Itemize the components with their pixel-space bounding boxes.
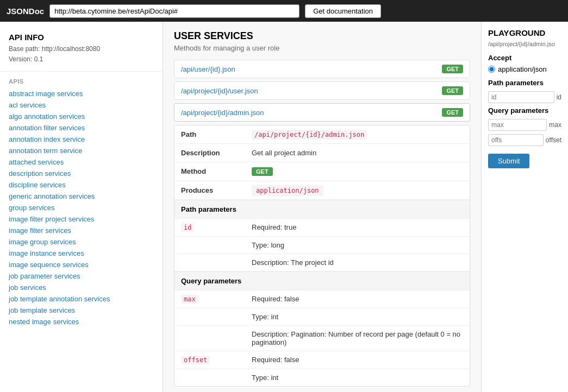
endpoint-method-badge: GET xyxy=(442,108,463,117)
pg-query-param-row: offset xyxy=(488,134,561,146)
api-info-title: API INFO xyxy=(9,33,154,42)
path-param-id-required: Required: true xyxy=(245,219,470,236)
path-param-id-name: id xyxy=(174,219,245,236)
get-documentation-button[interactable]: Get documentation xyxy=(305,4,381,18)
sidebar-link[interactable]: image filter services xyxy=(0,225,163,236)
accept-label: Accept xyxy=(488,54,561,62)
accept-value: application/json xyxy=(498,65,547,73)
service-subtitle: Methods for managing a user role xyxy=(174,44,470,52)
sidebar-link[interactable]: image filter project services xyxy=(0,213,163,225)
pg-path-params-label: Path parameters xyxy=(488,79,561,87)
detail-produces-row: Produces application/json xyxy=(174,181,470,200)
sidebar-link[interactable]: description services xyxy=(0,168,163,179)
sidebar-link[interactable]: job template annotation services xyxy=(0,293,163,305)
submit-button[interactable]: Submit xyxy=(488,154,529,168)
sidebar-link[interactable]: annotation term service xyxy=(0,145,163,156)
path-label: Path xyxy=(174,125,245,143)
query-param-max-desc: Description: Pagination: Number of recor… xyxy=(245,326,470,351)
sidebar-link[interactable]: image group services xyxy=(0,236,163,248)
api-version: Version: 0.1 xyxy=(9,54,154,65)
pg-path-param-label-id: id xyxy=(557,91,561,103)
endpoint-method-badge: GET xyxy=(442,65,463,73)
desc-label: Description xyxy=(174,144,245,162)
endpoint-row[interactable]: /api/project/{id}/user.jsonGET xyxy=(174,81,470,100)
sidebar-link[interactable]: algo annotation services xyxy=(0,111,163,122)
api-base-path: Base path: http://localhost:8080 xyxy=(9,44,154,54)
sidebar-link[interactable]: job template services xyxy=(0,305,163,316)
sidebar-link[interactable]: attached services xyxy=(0,156,163,168)
query-param-offset-required: Required: false xyxy=(245,351,470,369)
path-param-id-type: Type: long xyxy=(245,237,470,254)
endpoint-method-badge: GET xyxy=(442,86,463,95)
sidebar-link[interactable]: image sequence services xyxy=(0,259,163,270)
apis-label: APIS xyxy=(0,76,163,88)
main-layout: API INFO Base path: http://localhost:808… xyxy=(0,22,568,392)
pg-query-params: maxoffset xyxy=(488,119,561,146)
pg-query-param-label-offset: offset xyxy=(546,134,561,146)
query-param-max-tag: max xyxy=(181,295,198,304)
method-badge: GET xyxy=(252,167,273,176)
service-title: USER SERVICES xyxy=(174,30,470,42)
produces-label: Produces xyxy=(174,181,245,199)
sidebar-link[interactable]: image instance services xyxy=(0,248,163,259)
path-code: /api/project/{id}/admin.json xyxy=(252,130,367,140)
sidebar-link[interactable]: generic annotation services xyxy=(0,191,163,202)
sidebar-link[interactable]: group services xyxy=(0,202,163,213)
sidebar-link[interactable]: discipline services xyxy=(0,179,163,191)
sidebar-link[interactable]: job services xyxy=(0,282,163,293)
endpoint-row[interactable]: /api/user/{id}.jsonGET xyxy=(174,60,470,78)
pg-path-param-input-id[interactable] xyxy=(488,91,554,103)
produces-tag: application/json xyxy=(252,185,323,196)
accept-radio-row: application/json xyxy=(488,65,561,73)
topbar: JSONDoc Get documentation xyxy=(0,0,568,22)
playground-panel: PLAYGROUND /api/project/{id}/admin.jso A… xyxy=(481,22,568,392)
query-param-max-required: Required: false xyxy=(245,290,470,308)
detail-path-row: Path /api/project/{id}/admin.json xyxy=(174,125,470,144)
sidebar-link[interactable]: annotation filter services xyxy=(0,122,163,134)
path-param-id-type-row: Type: long xyxy=(174,237,470,254)
detail-desc-row: Description Get all project admin xyxy=(174,144,470,162)
query-param-offset-type-row: Type: int xyxy=(174,369,470,386)
pg-query-param-input-max[interactable] xyxy=(488,119,547,131)
sidebar-link[interactable]: nested image services xyxy=(0,316,163,327)
query-param-max-row: max Required: false xyxy=(174,290,470,308)
query-param-offset-row: offset Required: false xyxy=(174,351,470,369)
path-param-id-name-empty xyxy=(174,237,245,254)
pg-query-params-label: Query parameters xyxy=(488,106,561,115)
query-param-max-name: max xyxy=(174,290,245,308)
detail-panel: Path /api/project/{id}/admin.json Descri… xyxy=(174,125,470,387)
endpoint-path: /api/project/{id}/user.json xyxy=(181,87,442,95)
sidebar-link[interactable]: job parameter services xyxy=(0,270,163,282)
url-input[interactable] xyxy=(49,4,299,18)
sidebar: API INFO Base path: http://localhost:808… xyxy=(0,22,163,392)
sidebar-link[interactable]: acl services xyxy=(0,99,163,111)
path-value: /api/project/{id}/admin.json xyxy=(245,125,470,143)
query-param-offset-name: offset xyxy=(174,351,245,369)
query-param-max-desc-row: Description: Pagination: Number of recor… xyxy=(174,326,470,351)
desc-value: Get all project admin xyxy=(245,144,470,162)
accept-radio[interactable] xyxy=(488,66,495,73)
method-value: GET xyxy=(245,162,470,181)
endpoint-path: /api/project/{id}/admin.json xyxy=(181,109,442,117)
app-brand: JSONDoc xyxy=(7,7,44,16)
api-info-section: API INFO Base path: http://localhost:808… xyxy=(0,28,163,72)
playground-path: /api/project/{id}/admin.jso xyxy=(488,41,561,47)
path-param-id-desc: Description: The project id xyxy=(245,254,470,271)
method-label: Method xyxy=(174,162,245,181)
path-param-id-tag: id xyxy=(181,223,194,232)
sidebar-link[interactable]: annotation index service xyxy=(0,134,163,145)
pg-query-param-label-max: max xyxy=(549,119,561,131)
query-param-offset-type: Type: int xyxy=(245,369,470,386)
pg-query-param-input-offset[interactable] xyxy=(488,134,544,146)
query-param-offset-tag: offset xyxy=(181,356,210,364)
sidebar-link[interactable]: abstract image services xyxy=(0,88,163,99)
query-params-section-label: Query parameters xyxy=(174,271,470,290)
pg-path-params: id xyxy=(488,91,561,103)
playground-title: PLAYGROUND xyxy=(488,28,561,37)
endpoint-list: /api/user/{id}.jsonGET/api/project/{id}/… xyxy=(174,60,470,122)
center-panel: USER SERVICES Methods for managing a use… xyxy=(163,22,481,392)
sidebar-links: abstract image servicesacl servicesalgo … xyxy=(0,88,163,327)
endpoint-row[interactable]: /api/project/{id}/admin.jsonGET xyxy=(174,103,470,122)
path-param-id-name-empty2 xyxy=(174,254,245,271)
pg-query-param-row: max xyxy=(488,119,561,131)
